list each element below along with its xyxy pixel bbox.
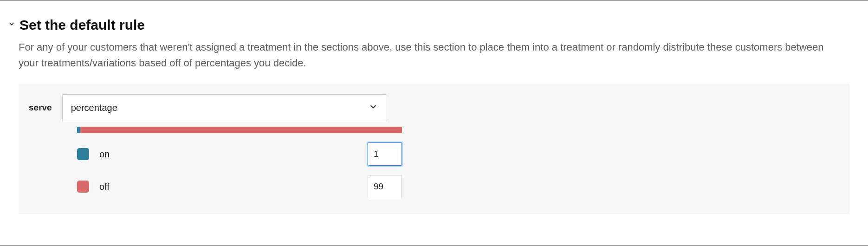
default-rule-panel: serve percentage on [19,84,849,214]
allocation-bar-off [80,127,402,133]
treatment-name: on [99,149,368,160]
serve-label: serve [29,103,52,113]
serve-row: serve percentage [29,94,839,121]
allocation-bar-on [77,127,80,133]
serve-select-value: percentage [71,103,117,113]
section-header[interactable]: Set the default rule [0,17,868,33]
treatment-percent-input-off[interactable] [368,175,402,198]
treatment-swatch-on [77,148,89,160]
treatment-row-off: off [77,175,402,198]
serve-select[interactable]: percentage [62,94,387,121]
section-description: For any of your customers that weren't a… [0,33,845,71]
treatment-row-on: on [77,142,402,166]
treatment-name: off [99,181,368,192]
serve-select-wrap: percentage [62,94,387,121]
chevron-down-icon [8,21,15,29]
allocation-bar[interactable] [77,127,402,133]
treatment-percent-input-on[interactable] [368,142,402,166]
default-rule-section: Set the default rule For any of your cus… [0,0,868,246]
treatment-swatch-off [77,181,89,193]
allocation-block: on off [77,127,402,198]
section-title: Set the default rule [19,17,145,33]
